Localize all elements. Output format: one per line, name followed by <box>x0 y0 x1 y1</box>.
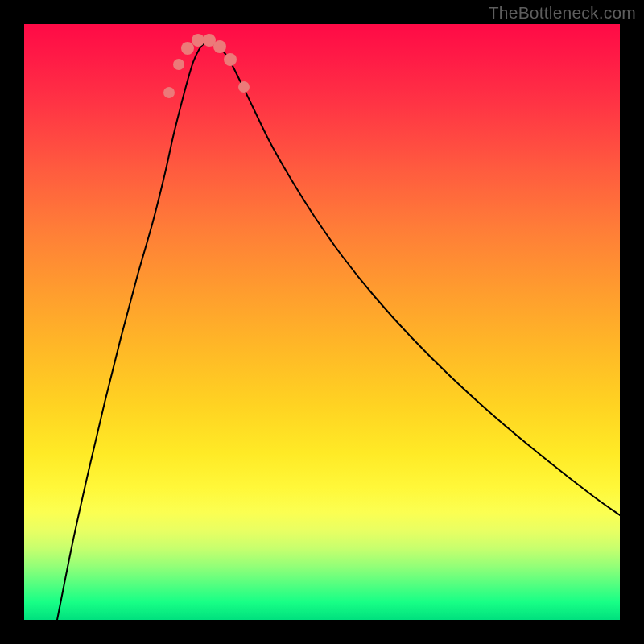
dot-p4 <box>192 34 204 47</box>
plot-area <box>24 24 620 620</box>
curve-layer <box>24 24 620 620</box>
dot-p6 <box>213 40 226 53</box>
dot-p1 <box>163 87 175 98</box>
chart-frame: TheBottleneck.com <box>0 0 644 644</box>
watermark-text: TheBottleneck.com <box>489 3 636 23</box>
bottleneck-curve <box>57 43 620 620</box>
dot-p8 <box>238 81 250 93</box>
highlight-dots <box>163 34 250 98</box>
dot-p3 <box>181 42 194 55</box>
dot-p2 <box>173 59 184 70</box>
dot-p7 <box>224 53 237 66</box>
